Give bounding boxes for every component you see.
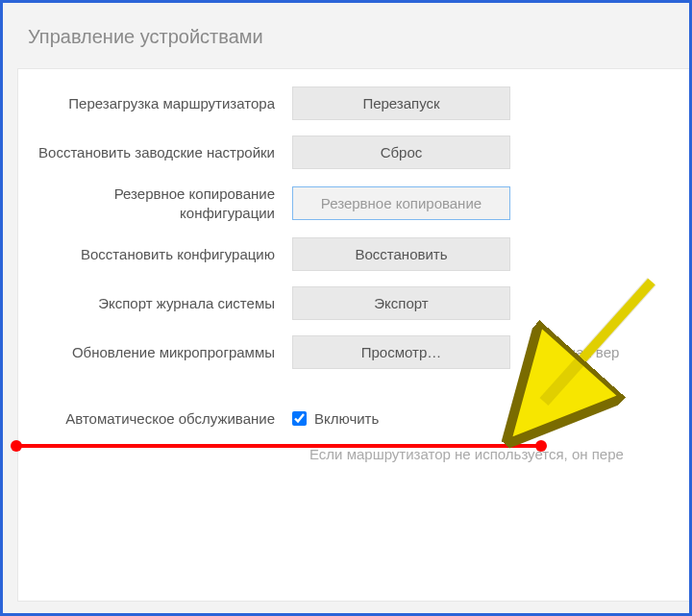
settings-panel: Перезагрузка маршрутизатора Перезапуск В… bbox=[17, 68, 692, 602]
factory-reset-button[interactable]: Сброс bbox=[292, 136, 510, 169]
automaintenance-toggle[interactable]: Включить bbox=[292, 410, 379, 427]
row-factory-reset: Восстановить заводские настройки Сброс bbox=[18, 128, 692, 177]
row-backup: Резервное копирование конфигурации Резер… bbox=[18, 177, 692, 230]
row-restore: Восстановить конфигурацию Восстановить bbox=[18, 230, 692, 279]
automaintenance-note: Если маршрутизатор не используется, он п… bbox=[18, 436, 692, 472]
label-firmware: Обновление микропрограммы bbox=[18, 343, 292, 362]
page-title: Управление устройствами bbox=[3, 3, 689, 60]
row-firmware: Обновление микропрограммы Просмотр… Теку… bbox=[18, 328, 692, 377]
window-frame: Управление устройствами Перезагрузка мар… bbox=[0, 0, 692, 616]
label-backup: Резервное копирование конфигурации bbox=[18, 185, 292, 222]
row-automaintenance: Автоматическое обслуживание Включить bbox=[18, 402, 692, 436]
backup-button[interactable]: Резервное копирование bbox=[292, 186, 510, 220]
label-syslog: Экспорт журнала системы bbox=[18, 294, 292, 313]
row-syslog: Экспорт журнала системы Экспорт bbox=[18, 279, 692, 328]
label-restore: Восстановить конфигурацию bbox=[18, 245, 292, 264]
reboot-button[interactable]: Перезапуск bbox=[292, 86, 510, 120]
automaintenance-checkbox-label: Включить bbox=[314, 410, 379, 427]
automaintenance-checkbox[interactable] bbox=[292, 411, 307, 426]
label-reboot: Перезагрузка маршрутизатора bbox=[18, 94, 292, 113]
label-factory-reset: Восстановить заводские настройки bbox=[18, 143, 292, 162]
row-reboot: Перезагрузка маршрутизатора Перезапуск bbox=[18, 79, 692, 128]
restore-button[interactable]: Восстановить bbox=[292, 237, 510, 271]
syslog-export-button[interactable]: Экспорт bbox=[292, 286, 510, 320]
label-automaintenance: Автоматическое обслуживание bbox=[18, 409, 292, 429]
firmware-browse-button[interactable]: Просмотр… bbox=[292, 335, 510, 369]
firmware-version-text: Текущая вер bbox=[534, 344, 619, 360]
